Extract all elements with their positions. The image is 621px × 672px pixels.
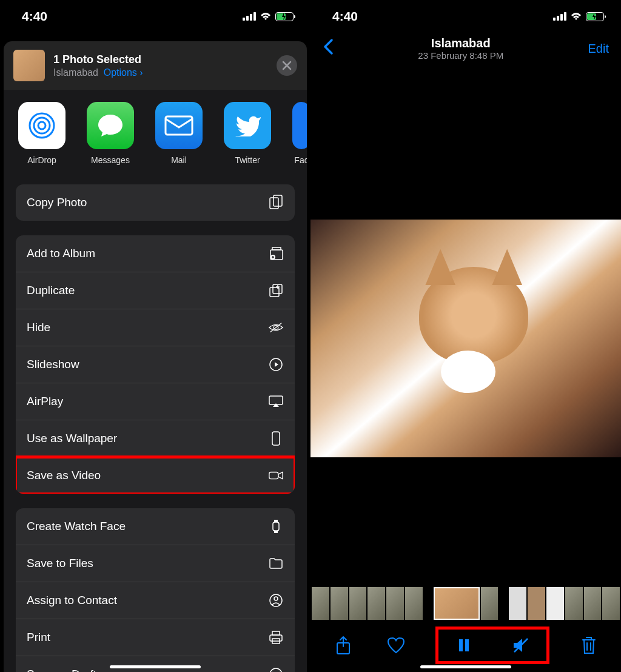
status-bar: 4:40: [0, 0, 310, 33]
status-icons: [553, 12, 604, 21]
print[interactable]: Print: [16, 619, 295, 656]
airplay[interactable]: AirPlay: [16, 383, 295, 420]
svg-rect-23: [270, 635, 282, 641]
airdrop-icon: [18, 102, 65, 149]
playback-controls-highlight: [435, 627, 549, 664]
selection-subtitle: Islamabad Options ›: [53, 67, 143, 78]
twitter-icon: [224, 102, 271, 149]
svg-rect-3: [166, 116, 192, 135]
home-indicator[interactable]: [110, 665, 201, 668]
svg-rect-15: [272, 432, 280, 445]
pause-button[interactable]: [451, 632, 477, 659]
filmstrip-thumb[interactable]: [546, 587, 564, 620]
filmstrip[interactable]: [310, 587, 621, 620]
share-sheet-screen: 4:40 1 Photo Selected Islamabad Options …: [0, 0, 310, 672]
filmstrip-thumb[interactable]: [312, 587, 329, 620]
back-button[interactable]: [323, 38, 334, 59]
photo-thumbnail: [13, 50, 45, 81]
copy-icon: [268, 195, 284, 210]
mute-button[interactable]: [508, 632, 534, 659]
filmstrip-thumb[interactable]: [331, 587, 348, 620]
play-icon: [268, 357, 284, 372]
battery-icon: [275, 12, 294, 21]
clock: 4:40: [22, 9, 47, 24]
date-subtitle: 23 February 8:48 PM: [418, 50, 503, 61]
svg-rect-16: [269, 472, 278, 479]
photo-content[interactable]: [310, 220, 621, 457]
options-link[interactable]: Options ›: [104, 67, 143, 78]
add-to-album[interactable]: Add to Album: [16, 235, 295, 272]
svg-point-1: [34, 118, 50, 133]
filmstrip-thumb[interactable]: [386, 587, 404, 620]
nav-bar: Islamabad 23 February 8:48 PM Edit: [310, 33, 621, 68]
svg-point-21: [274, 597, 278, 600]
svg-rect-19: [274, 531, 278, 533]
facebook-icon: [292, 102, 307, 149]
filmstrip-thumb[interactable]: [481, 587, 498, 620]
video-icon: [268, 468, 284, 483]
filmstrip-thumb-selected[interactable]: [434, 587, 480, 620]
svg-rect-28: [465, 639, 469, 651]
filmstrip-thumb[interactable]: [565, 587, 583, 620]
assign-to-contact[interactable]: Assign to Contact: [16, 582, 295, 619]
duplicate-icon: [268, 283, 284, 298]
home-indicator[interactable]: [420, 665, 511, 668]
messages-icon: [87, 102, 134, 149]
contact-icon: [268, 593, 284, 608]
svg-rect-27: [459, 639, 463, 651]
favorite-button[interactable]: [383, 632, 409, 659]
filmstrip-thumb[interactable]: [602, 587, 620, 620]
app-share-row[interactable]: AirDrop Messages Mail Twitter: [4, 102, 307, 165]
copy-group: Copy Photo: [16, 184, 295, 221]
clock: 4:40: [332, 9, 358, 24]
svg-rect-9: [270, 287, 279, 297]
actions-group-2: Create Watch Face Save to Files Assign t…: [16, 508, 295, 672]
print-icon: [268, 630, 284, 645]
actions-group-1: Add to Album Duplicate Hide Slideshow Ai…: [16, 235, 295, 494]
airplay-icon: [268, 394, 284, 409]
filmstrip-thumb[interactable]: [368, 587, 385, 620]
svg-rect-14: [269, 396, 283, 405]
use-as-wallpaper[interactable]: Use as Wallpaper: [16, 420, 295, 457]
wifi-icon: [570, 12, 582, 21]
delete-button[interactable]: [576, 632, 602, 659]
svg-point-25: [270, 668, 282, 672]
save-as-draft[interactable]: Save as Draft: [16, 656, 295, 672]
airdrop-app[interactable]: AirDrop: [18, 102, 65, 165]
twitter-app[interactable]: Twitter: [224, 102, 271, 165]
status-bar: 4:40: [310, 0, 621, 33]
copy-photo[interactable]: Copy Photo: [16, 184, 295, 221]
location-title: Islamabad: [418, 36, 503, 50]
share-body: AirDrop Messages Mail Twitter: [4, 90, 307, 672]
save-to-files[interactable]: Save to Files: [16, 545, 295, 582]
filmstrip-thumb[interactable]: [349, 587, 367, 620]
nav-title-area: Islamabad 23 February 8:48 PM: [418, 36, 503, 61]
folder-icon: [268, 556, 284, 571]
filmstrip-thumb[interactable]: [528, 587, 545, 620]
wallpaper-icon: [268, 431, 284, 446]
messages-app[interactable]: Messages: [87, 102, 134, 165]
slideshow[interactable]: Slideshow: [16, 346, 295, 383]
mail-app[interactable]: Mail: [155, 102, 203, 165]
watch-icon: [268, 519, 284, 534]
wifi-icon: [260, 12, 272, 21]
duplicate[interactable]: Duplicate: [16, 272, 295, 309]
filmstrip-thumb[interactable]: [405, 587, 423, 620]
edit-button[interactable]: Edit: [588, 42, 609, 56]
svg-rect-18: [274, 520, 278, 522]
cat-image: [419, 267, 528, 364]
filmstrip-thumb[interactable]: [584, 587, 602, 620]
mail-icon: [155, 102, 203, 149]
share-button[interactable]: [330, 632, 357, 659]
close-button[interactable]: [277, 55, 297, 76]
filmstrip-thumb[interactable]: [509, 587, 526, 620]
svg-rect-7: [272, 247, 281, 250]
hide[interactable]: Hide: [16, 309, 295, 346]
create-watch-face[interactable]: Create Watch Face: [16, 508, 295, 545]
svg-rect-5: [274, 195, 282, 206]
battery-icon: [586, 12, 604, 21]
photo-viewer-screen: 4:40 Islamabad 23 February 8:48 PM Edit: [310, 0, 621, 672]
facebook-app[interactable]: Fac: [292, 102, 307, 165]
save-as-video[interactable]: Save as Video: [16, 457, 295, 494]
hide-icon: [268, 320, 284, 335]
